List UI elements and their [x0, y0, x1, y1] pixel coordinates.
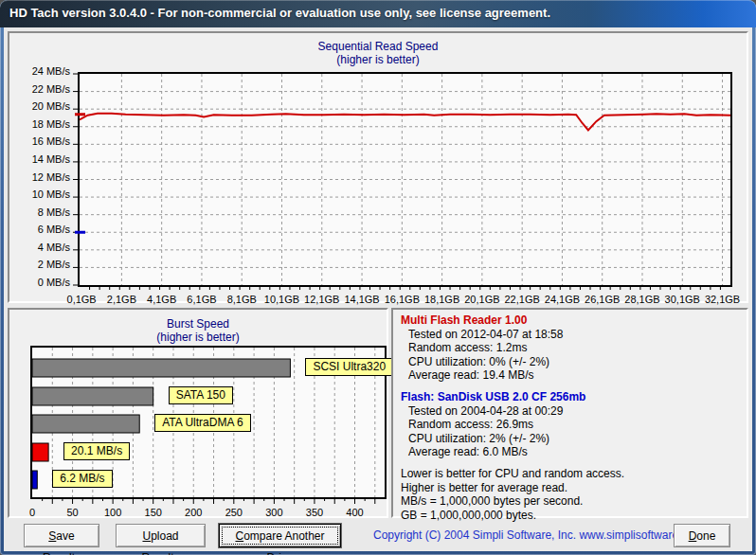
x-axis-label: 12,1GB: [304, 294, 339, 305]
x-axis-label: 24,1GB: [545, 294, 580, 305]
y-axis-label: 8 MB/s: [11, 206, 70, 218]
drive-name: Multi Flash Reader 1.00: [401, 313, 743, 328]
y-axis-label: 0 MB/s: [11, 277, 70, 288]
bar-value-label: 20.1 MB/s: [63, 442, 130, 460]
bar-value-label: SCSI Ultra320: [305, 358, 393, 376]
drive-stat-line: Tested on 2004-04-28 at 00:29: [401, 404, 743, 419]
drive-stat-line: Average read: 19.4 MB/s: [401, 368, 743, 383]
bar-value-label: ATA UltraDMA 6: [154, 414, 251, 432]
x-axis-label: 28,1GB: [624, 294, 659, 305]
x-axis-label: 2,1GB: [107, 294, 136, 305]
y-axis-label: 14 MB/s: [11, 153, 70, 165]
bar-sata-150: [32, 387, 153, 405]
sequential-chart-subtitle: (higher is better): [9, 53, 747, 66]
x-axis-label: 16,1GB: [385, 294, 420, 305]
drive-stat-line: Random access: 26.9ms: [401, 418, 743, 432]
y-axis-label: 22 MB/s: [11, 83, 70, 95]
section-gap: [401, 459, 743, 467]
bar-ata-ultradma-6: [32, 415, 139, 433]
bar-value-label: SATA 150: [169, 386, 233, 404]
x-axis-label: 14,1GB: [344, 294, 379, 305]
drive-stat-line: Average read: 6.0 MB/s: [401, 445, 743, 459]
burst-chart-title: Burst Speed: [9, 317, 387, 331]
x-axis-label: 26,1GB: [585, 294, 620, 305]
client-area: Sequential Read Speed (higher is better)…: [4, 27, 752, 551]
drive-info-panel: Multi Flash Reader 1.00Tested on 2012-04…: [391, 308, 748, 518]
copyright-text: Copyright (C) 2004 Simpli Software, Inc.…: [373, 528, 703, 542]
burst-axis-label: 250: [225, 507, 243, 518]
burst-axis-label: 50: [66, 507, 78, 518]
compare-another-drive-button[interactable]: Compare Another Drive: [219, 524, 341, 547]
upload-results-button[interactable]: Upload Results: [116, 524, 206, 547]
sequential-read-panel: Sequential Read Speed (higher is better)…: [8, 31, 748, 303]
bar-value-label: 6.2 MB/s: [52, 470, 112, 488]
section-gap: [401, 383, 743, 390]
y-axis-label: 20 MB/s: [11, 100, 70, 112]
note-line: GB = 1,000,000,000 bytes.: [401, 509, 743, 523]
drive-name: Flash: SanDisk USB 2.0 CF 256mb: [401, 390, 743, 404]
burst-axis-label: 100: [104, 507, 121, 518]
y-axis-label: 18 MB/s: [11, 118, 70, 130]
burst-speed-panel: Burst Speed (higher is better) SCSI Ultr…: [8, 308, 388, 518]
x-axis-label: 22,1GB: [505, 294, 540, 305]
drive-stat-line: Tested on 2012-04-07 at 18:58: [401, 328, 743, 342]
burst-axis-label: 400: [346, 507, 363, 518]
burst-axis-label: 0: [29, 507, 35, 518]
burst-axis-label: 150: [145, 507, 162, 518]
sequential-chart-title: Sequential Read Speed: [9, 40, 747, 53]
window-title: HD Tach version 3.0.4.0 - For non-commer…: [9, 6, 550, 20]
note-line: Lower is better for CPU and random acces…: [401, 467, 743, 481]
note-line: Higher is better for average read.: [401, 481, 743, 495]
x-axis-label: 8,1GB: [227, 294, 257, 305]
bar-20-1-mb-s: [32, 443, 48, 461]
sequential-read-line-svg: [80, 74, 730, 285]
y-axis-label: 10 MB/s: [11, 188, 70, 200]
burst-axis-label: 200: [185, 507, 202, 518]
x-axis-label: 20,1GB: [464, 294, 499, 305]
y-axis-label: 24 MB/s: [11, 65, 70, 77]
x-axis-label: 0,1GB: [67, 294, 97, 305]
y-axis-label: 4 MB/s: [11, 242, 70, 253]
drive-stat-line: Random access: 1.2ms: [401, 341, 743, 355]
app-window: HD Tach version 3.0.4.0 - For non-commer…: [0, 0, 756, 555]
drive-stat-line: CPU utilization: 0% (+/- 2%): [401, 355, 743, 369]
burst-axis-label: 350: [306, 507, 323, 518]
note-line: MB/s = 1,000,000 bytes per second.: [401, 494, 743, 509]
save-results-button[interactable]: Save Results: [24, 524, 99, 547]
bar-6-2-mb-s: [32, 471, 37, 489]
drive-info-text: Multi Flash Reader 1.00Tested on 2012-04…: [401, 313, 743, 522]
y-axis-label: 12 MB/s: [11, 171, 70, 183]
done-button[interactable]: Done: [674, 524, 730, 547]
y-axis-label: 6 MB/s: [11, 224, 70, 235]
x-axis-label: 4,1GB: [147, 294, 176, 305]
x-axis-label: 10,1GB: [264, 294, 299, 305]
burst-axis-label: 300: [265, 507, 282, 518]
bar-scsi-ultra320: [32, 359, 290, 377]
burst-chart-subtitle: (higher is better): [9, 331, 387, 344]
drive-stat-line: CPU utilization: 2% (+/- 2%): [401, 432, 743, 446]
sequential-read-plot: [78, 72, 732, 287]
y-axis-label: 2 MB/s: [11, 259, 70, 270]
x-axis-label: 32,1GB: [705, 294, 740, 305]
x-axis-label: 30,1GB: [665, 294, 700, 305]
x-axis-label: 6,1GB: [187, 294, 216, 305]
title-bar[interactable]: HD Tach version 3.0.4.0 - For non-commer…: [0, 0, 756, 27]
x-axis-label: 18,1GB: [424, 294, 459, 305]
y-axis-label: 16 MB/s: [11, 135, 70, 147]
